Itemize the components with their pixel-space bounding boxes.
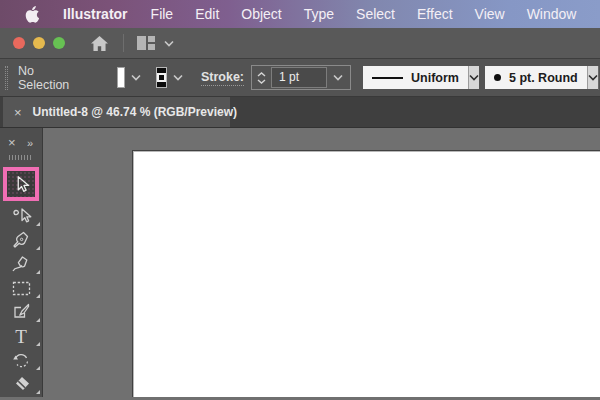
submenu-indicator xyxy=(36,270,40,274)
chevron-down-icon xyxy=(588,74,598,81)
titlebar-divider xyxy=(123,34,124,52)
submenu-indicator xyxy=(36,294,40,298)
brush-dot-icon xyxy=(494,74,501,81)
chevron-down-icon xyxy=(131,74,141,81)
menu-item-view[interactable]: View xyxy=(475,6,505,22)
brush-definition-dropdown[interactable]: 5 pt. Round xyxy=(485,66,587,89)
width-profile-value: Uniform xyxy=(411,71,459,85)
eraser-tool-icon xyxy=(11,375,31,393)
paintbrush-tool-icon xyxy=(11,302,31,322)
rectangle-tool-icon xyxy=(11,280,32,297)
eraser-tool-button[interactable] xyxy=(0,373,43,396)
traffic-light-minimize[interactable] xyxy=(33,37,45,49)
width-profile-chevron-button[interactable] xyxy=(468,66,479,89)
apple-menu[interactable] xyxy=(24,6,39,23)
curvature-tool-icon xyxy=(11,254,31,274)
submenu-indicator xyxy=(36,318,40,322)
selection-tool-button[interactable] xyxy=(3,167,39,201)
submenu-indicator xyxy=(36,222,40,226)
stepper-down-icon[interactable] xyxy=(257,79,266,84)
stroke-weight-group: 1 pt xyxy=(251,65,351,90)
chevron-down-icon xyxy=(173,74,183,81)
home-icon xyxy=(90,35,109,52)
menu-item-select[interactable]: Select xyxy=(356,6,395,22)
traffic-light-close[interactable] xyxy=(13,37,25,49)
chevron-down-icon xyxy=(164,40,174,47)
stroke-ring xyxy=(157,73,166,82)
tools-panel-drag-handle[interactable] xyxy=(9,155,33,160)
submenu-indicator xyxy=(36,366,40,370)
tab-title: Untitled-8 @ 46.74 % (RGB/Preview) xyxy=(33,105,237,119)
submenu-indicator xyxy=(36,246,40,250)
stroke-panel-link[interactable]: Stroke: xyxy=(201,70,244,86)
panel-drag-handle[interactable] xyxy=(5,66,8,90)
direct-selection-tool-button[interactable] xyxy=(0,205,43,228)
artboard[interactable] xyxy=(132,150,600,397)
direct-selection-tool-icon xyxy=(11,206,32,226)
menu-item-file[interactable]: File xyxy=(151,6,174,22)
pen-tool-icon xyxy=(11,230,31,250)
stroke-weight-field[interactable]: 1 pt xyxy=(271,67,327,88)
menu-item-type[interactable]: Type xyxy=(304,6,334,22)
panel-close-icon[interactable]: × xyxy=(8,135,16,150)
submenu-indicator xyxy=(36,390,40,394)
workspace-layout-icon xyxy=(137,36,155,50)
rotate-tool-icon xyxy=(11,350,31,370)
uniform-line-icon xyxy=(372,77,403,79)
workspace-content: × » xyxy=(0,128,600,397)
brush-definition-value: 5 pt. Round xyxy=(509,71,578,85)
menu-item-illustrator[interactable]: Illustrator xyxy=(63,6,128,22)
tab-close-icon[interactable]: × xyxy=(14,105,22,120)
menu-item-object[interactable]: Object xyxy=(241,6,281,22)
rotate-tool-button[interactable] xyxy=(0,349,43,372)
fill-color-swatch[interactable] xyxy=(117,67,125,88)
submenu-indicator xyxy=(36,342,40,346)
chevron-down-icon xyxy=(469,74,479,81)
traffic-light-zoom[interactable] xyxy=(53,37,65,49)
stroke-weight-stepper[interactable] xyxy=(257,72,266,84)
stepper-up-icon[interactable] xyxy=(257,72,266,77)
panel-expand-icon[interactable]: » xyxy=(27,137,34,149)
control-panel: No Selection Stroke: 1 pt xyxy=(0,59,600,97)
menu-item-window[interactable]: Window xyxy=(527,6,577,22)
workspace-switcher[interactable] xyxy=(137,36,174,50)
tools-panel-header: × » xyxy=(0,131,42,154)
fill-color-chevron[interactable] xyxy=(131,74,141,81)
type-tool-icon: T xyxy=(15,327,27,346)
apple-icon xyxy=(24,6,39,23)
pen-tool-button[interactable] xyxy=(0,229,43,252)
window-titlebar xyxy=(0,28,600,59)
pasteboard[interactable] xyxy=(43,128,600,397)
stroke-color-chevron[interactable] xyxy=(173,74,183,81)
menu-item-effect[interactable]: Effect xyxy=(417,6,453,22)
stroke-color-swatch[interactable] xyxy=(156,67,167,88)
type-tool-button[interactable]: T xyxy=(0,325,43,348)
brush-definition-chevron-button[interactable] xyxy=(587,66,598,89)
selection-tool-icon xyxy=(10,173,32,195)
rectangle-tool-button[interactable] xyxy=(0,277,43,300)
stroke-weight-chevron[interactable] xyxy=(333,74,343,81)
home-button[interactable] xyxy=(90,35,109,52)
paintbrush-tool-button[interactable] xyxy=(0,301,43,324)
width-profile-dropdown[interactable]: Uniform xyxy=(363,66,468,89)
document-tabbar: × Untitled-8 @ 46.74 % (RGB/Preview) xyxy=(0,97,600,128)
selection-status: No Selection xyxy=(18,64,69,92)
tools-panel: × » xyxy=(0,128,43,397)
macos-menubar: Illustrator File Edit Object Type Select… xyxy=(0,0,600,28)
chevron-down-icon xyxy=(333,74,343,81)
curvature-tool-button[interactable] xyxy=(0,253,43,276)
menu-item-edit[interactable]: Edit xyxy=(195,6,219,22)
document-tab[interactable]: × Untitled-8 @ 46.74 % (RGB/Preview) xyxy=(3,97,230,127)
